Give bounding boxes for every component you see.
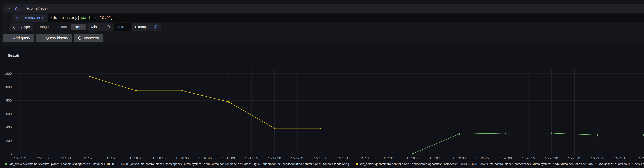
data-point[interactable]: [597, 134, 598, 136]
x-axis-tick-label: 15:17:00: [222, 156, 235, 160]
series-line: [413, 133, 644, 154]
x-axis-tick-label: 15:17:15: [245, 156, 258, 160]
data-point[interactable]: [320, 128, 321, 129]
graph-panel: Graph Lines Bars Points Stacked lines St…: [1, 50, 644, 167]
x-axis-tick-label: 15:18:45: [384, 156, 396, 160]
datasource-hint: (Prometheus): [26, 6, 48, 10]
plus-icon: [7, 36, 11, 40]
min-step-value: auto: [117, 25, 124, 29]
x-axis-tick-label: 15:14:45: [14, 156, 27, 160]
inspector-button[interactable]: Inspector: [74, 34, 103, 42]
query-type-group: Range Instant Both: [34, 23, 87, 31]
query-type-label: Query type: [10, 23, 33, 31]
min-step-label: Min step: [91, 25, 104, 29]
x-axis-tick-label: 15:17:45: [291, 156, 304, 160]
exemplars-label: Exemplars: [135, 25, 152, 29]
query-expression-row: Metrics browser › xds_delivery{quantile=…: [12, 14, 644, 22]
x-axis-tick-label: 15:19:00: [406, 156, 420, 160]
y-axis-tick-label: 800: [6, 98, 12, 102]
x-axis-tick-label: 15:15:30: [83, 156, 96, 160]
data-point[interactable]: [458, 133, 460, 135]
x-axis-tick-label: 15:20:30: [545, 156, 558, 160]
add-query-button[interactable]: Add query: [3, 34, 34, 42]
x-axis-tick-label: 15:21:00: [591, 156, 604, 160]
legend-series-label: xds_delivery{container="control-plane", …: [9, 162, 349, 166]
x-axis-tick-label: 15:15:00: [37, 156, 50, 160]
exemplars-chip: Exemplars: [132, 23, 161, 31]
query-row-header: A (Prometheus): [4, 4, 644, 13]
query-type-instant[interactable]: Instant: [53, 24, 71, 30]
legend-color-swatch: [356, 163, 358, 165]
expression-token: xds_delivery{: [50, 16, 80, 20]
y-axis-tick-label: 600: [6, 112, 12, 116]
x-axis-tick-label: 15:17:30: [268, 156, 281, 160]
x-axis-tick-label: 15:20:15: [522, 156, 535, 160]
query-type-range[interactable]: Range: [35, 24, 53, 30]
data-point[interactable]: [228, 101, 229, 102]
x-axis-tick-label: 15:20:00: [499, 156, 512, 160]
x-axis-tick-label: 15:21:30: [637, 156, 644, 160]
x-axis-tick-label: 15:19:15: [430, 156, 442, 160]
data-point[interactable]: [89, 76, 90, 77]
exemplars-toggle-icon[interactable]: [154, 25, 158, 29]
x-axis-tick-label: 15:21:15: [614, 156, 627, 160]
data-point[interactable]: [274, 128, 275, 129]
x-axis-tick-label: 15:16:00: [130, 156, 142, 160]
time-series-chart[interactable]: 02004006008001000120015:14:4515:15:0015:…: [1, 50, 644, 162]
data-point[interactable]: [182, 90, 183, 91]
x-axis-tick-label: 15:19:30: [452, 156, 466, 160]
query-type-both[interactable]: Both: [71, 24, 86, 30]
inspector-label: Inspector: [84, 36, 99, 40]
x-axis-tick-label: 15:19:45: [476, 156, 489, 160]
data-point[interactable]: [412, 153, 414, 154]
legend-series-label: xds_delivery{container="control-plane", …: [360, 162, 644, 166]
legend-item[interactable]: xds_delivery{container="control-plane", …: [5, 162, 349, 166]
legend-item[interactable]: xds_delivery{container="control-plane", …: [356, 162, 644, 166]
add-query-label: Add query: [13, 36, 30, 40]
expression-token: quantile: [80, 16, 98, 20]
expression-token: }: [111, 16, 113, 20]
min-step-chip: Min step: [88, 23, 113, 31]
chevron-down-icon[interactable]: [7, 6, 11, 10]
y-axis-tick-label: 0: [10, 152, 12, 156]
query-expression-input[interactable]: xds_delivery{quantile="0.9"}: [48, 14, 644, 22]
data-point[interactable]: [551, 132, 552, 134]
expression-token: "0.9": [100, 16, 111, 20]
info-circle-icon[interactable]: [106, 25, 110, 29]
x-axis-tick-label: 15:18:15: [337, 156, 350, 160]
x-axis-tick-label: 15:18:00: [314, 156, 327, 160]
query-ref-id: A: [15, 6, 18, 11]
x-axis-tick-label: 15:15:15: [60, 156, 73, 160]
chevron-right-icon: ›: [42, 16, 44, 20]
legend-color-swatch: [5, 163, 7, 165]
x-axis-tick-label: 15:15:45: [106, 156, 120, 160]
y-axis-tick-label: 1200: [4, 72, 12, 76]
min-step-input[interactable]: auto: [114, 23, 131, 31]
query-action-buttons: Add query Query history Inspector: [3, 34, 103, 42]
y-axis-tick-label: 400: [6, 125, 12, 129]
metrics-browser-button[interactable]: Metrics browser ›: [12, 14, 47, 22]
metrics-browser-label: Metrics browser: [16, 16, 40, 20]
y-axis-tick-label: 200: [6, 139, 12, 143]
expression-token: =: [98, 16, 100, 20]
data-point[interactable]: [135, 90, 137, 91]
x-axis-tick-label: 15:16:45: [199, 156, 212, 160]
x-axis-tick-label: 15:20:45: [568, 156, 581, 160]
x-axis-tick-label: 15:16:30: [176, 156, 189, 160]
chart-legend: xds_delivery{container="control-plane", …: [5, 162, 644, 166]
query-history-button[interactable]: Query history: [36, 34, 72, 42]
history-icon: [40, 36, 44, 40]
data-point[interactable]: [643, 134, 644, 136]
x-axis-tick-label: 15:16:15: [153, 156, 166, 160]
x-axis-tick-label: 15:18:30: [360, 156, 373, 160]
data-point[interactable]: [505, 132, 506, 134]
y-axis-tick-label: 1000: [4, 85, 12, 89]
query-editor-section: A (Prometheus) M: [1, 1, 644, 45]
info-circle-icon: [78, 36, 82, 40]
query-options-row: Query type Range Instant Both Min step a…: [10, 23, 161, 31]
query-history-label: Query history: [46, 36, 68, 40]
